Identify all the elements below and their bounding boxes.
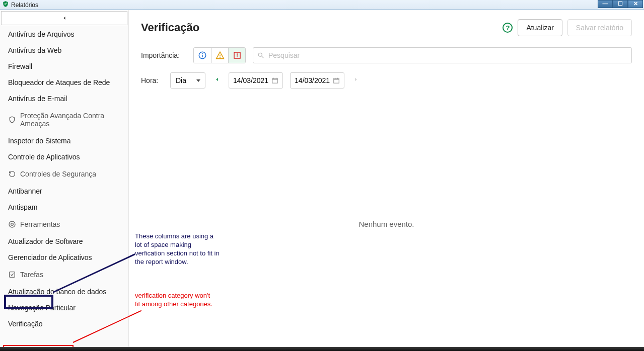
svg-point-7 xyxy=(220,57,221,58)
sidebar-item-firewall[interactable]: Firewall xyxy=(0,58,128,74)
sidebar-section-label: Tarefas xyxy=(20,271,43,279)
svg-point-10 xyxy=(237,56,238,57)
search-box[interactable] xyxy=(253,47,632,63)
taskbar xyxy=(0,347,644,351)
page-title: Verificação xyxy=(141,21,199,34)
sidebar-item-mail-antivirus[interactable]: Antivírus de E-mail xyxy=(0,91,128,107)
annotation-text-red: verification category won't fit among ot… xyxy=(135,292,216,309)
refresh-button[interactable]: Atualizar xyxy=(518,19,562,36)
svg-rect-9 xyxy=(237,53,238,56)
close-button[interactable]: ✕ xyxy=(628,0,643,8)
sidebar-item-antispam[interactable]: Antispam xyxy=(0,199,128,215)
sidebar-item-label: Controle de Aplicativos xyxy=(8,153,80,161)
sidebar-section-label: Controles de Segurança xyxy=(20,170,96,178)
time-range-select[interactable]: Dia xyxy=(170,72,205,89)
sidebar-item-app-control[interactable]: Controle de Aplicativos xyxy=(0,149,128,165)
sidebar: Antivírus de Arquivos Antivírus da Web F… xyxy=(0,10,129,347)
svg-line-12 xyxy=(262,56,264,58)
sidebar-item-label: Antibanner xyxy=(8,187,42,195)
sidebar-item-label: Inspetor do Sistema xyxy=(8,137,71,145)
svg-point-4 xyxy=(202,53,203,54)
minimize-button[interactable]: — xyxy=(598,0,613,8)
search-icon xyxy=(257,52,264,59)
chevron-right-icon xyxy=(353,76,359,83)
svg-rect-6 xyxy=(220,55,221,57)
chevron-left-icon xyxy=(61,15,67,21)
main-content: Verificação ? Atualizar Salvar relatório… xyxy=(129,10,644,347)
sidebar-section-advanced-protection: Proteção Avançada Contra Ameaças xyxy=(0,107,128,133)
sidebar-section-label: Proteção Avançada Contra Ameaças xyxy=(20,112,120,128)
sidebar-item-label: Antivírus da Web xyxy=(8,46,61,54)
sidebar-section-tasks: Tarefas xyxy=(0,266,128,284)
date-value: 14/03/2021 xyxy=(233,76,268,84)
sidebar-item-software-updater[interactable]: Atualizador de Software xyxy=(0,233,128,249)
svg-point-1 xyxy=(11,223,14,226)
severity-warning-button[interactable] xyxy=(211,48,228,63)
sidebar-item-system-watcher[interactable]: Inspetor do Sistema xyxy=(0,133,128,149)
severity-filter xyxy=(193,47,246,63)
sidebar-item-app-manager[interactable]: Gerenciador de Aplicativos xyxy=(0,249,128,266)
sidebar-item-label: Atualizador de Software xyxy=(8,237,83,245)
svg-rect-17 xyxy=(334,78,339,83)
calendar-icon xyxy=(271,77,278,84)
help-button[interactable]: ? xyxy=(503,23,513,33)
window-title: Relatórios xyxy=(11,2,38,9)
shield-outline-icon xyxy=(8,116,16,124)
button-label: Salvar relatório xyxy=(576,24,623,32)
date-value: 14/03/2021 xyxy=(295,76,330,84)
sidebar-item-web-antivirus[interactable]: Antivírus da Web xyxy=(0,42,128,58)
critical-icon xyxy=(233,51,242,60)
search-input[interactable] xyxy=(267,51,627,60)
svg-rect-2 xyxy=(10,272,15,278)
annotation-text-blue: These columns are using a lot of space m… xyxy=(135,232,221,267)
warning-icon xyxy=(216,51,225,60)
severity-info-button[interactable] xyxy=(194,48,211,63)
sidebar-item-label: Bloqueador de Ataques de Rede xyxy=(8,78,110,86)
collapse-sidebar-button[interactable] xyxy=(1,11,127,25)
calendar-icon xyxy=(333,77,340,84)
date-from-picker[interactable]: 14/03/2021 xyxy=(229,72,283,89)
svg-point-0 xyxy=(9,221,15,227)
at-icon xyxy=(8,220,16,228)
sidebar-item-antibanner[interactable]: Antibanner xyxy=(0,183,128,199)
save-report-button: Salvar relatório xyxy=(567,19,632,36)
date-prev-button[interactable] xyxy=(212,76,222,85)
check-square-icon xyxy=(8,271,16,279)
maximize-button[interactable]: ☐ xyxy=(613,0,628,8)
sidebar-item-label: Firewall xyxy=(8,62,32,70)
chevron-left-icon xyxy=(214,76,220,83)
refresh-icon xyxy=(8,170,16,178)
sidebar-item-file-antivirus[interactable]: Antivírus de Arquivos xyxy=(0,26,128,42)
sidebar-item-label: Navegação Particular xyxy=(8,304,76,312)
sidebar-item-label: Gerenciador de Aplicativos xyxy=(8,253,92,261)
select-value: Dia xyxy=(176,76,186,84)
date-next-button xyxy=(351,76,361,85)
importance-label: Importância: xyxy=(141,51,186,59)
sidebar-item-private-browsing[interactable]: Navegação Particular xyxy=(0,300,128,316)
svg-rect-5 xyxy=(202,55,203,57)
sidebar-section-tools: Ferramentas xyxy=(0,215,128,233)
svg-point-11 xyxy=(258,53,262,56)
app-shield-icon xyxy=(2,1,9,9)
titlebar: Relatórios — ☐ ✕ xyxy=(0,0,644,10)
info-icon xyxy=(198,51,207,60)
sidebar-item-label: Antispam xyxy=(8,203,37,211)
time-label: Hora: xyxy=(141,76,163,84)
button-label: Atualizar xyxy=(526,24,553,32)
sidebar-item-label: Verificação xyxy=(8,320,42,328)
sidebar-item-label: Antivírus de Arquivos xyxy=(8,30,75,38)
sidebar-item-label: Antivírus de E-mail xyxy=(8,95,67,103)
severity-critical-button[interactable] xyxy=(228,48,245,63)
empty-text: Nenhum evento. xyxy=(359,220,414,228)
sidebar-section-label: Ferramentas xyxy=(20,220,60,228)
sidebar-section-security-controls: Controles de Segurança xyxy=(0,165,128,183)
sidebar-item-network-attack-blocker[interactable]: Bloqueador de Ataques de Rede xyxy=(0,74,128,91)
svg-rect-13 xyxy=(272,78,278,83)
date-to-picker[interactable]: 14/03/2021 xyxy=(290,72,344,89)
sidebar-item-scan[interactable]: Verificação xyxy=(0,316,128,332)
